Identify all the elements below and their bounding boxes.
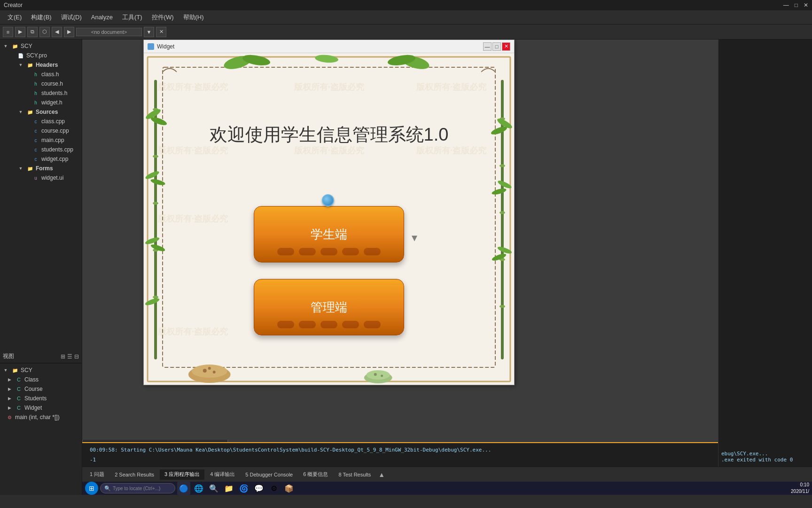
view-main[interactable]: ⚙ main (int, char *[]) (0, 413, 82, 422)
headers-arrow-icon: ▼ (17, 61, 24, 69)
taskbar-app-7[interactable]: ⚙ (267, 482, 281, 495)
students-cpp-label: students.cpp (41, 146, 73, 153)
sidebar-forms[interactable]: ▼ 📁 Forms (0, 164, 82, 173)
sidebar-class-h[interactable]: h class.h (0, 70, 82, 79)
sidebar-pro-file[interactable]: 📄 SCY.pro (0, 51, 82, 60)
title-bar: Creator — □ ✕ (0, 0, 812, 10)
deco-cloud-5 (364, 248, 381, 255)
student-btn-label: 学生端 (311, 226, 347, 243)
course-h-label: course.h (41, 80, 63, 87)
taskbar-app-1[interactable]: 🔵 (177, 482, 190, 495)
sidebar-course-cpp[interactable]: c course.cpp (0, 126, 82, 135)
mgr-deco-cloud-5 (364, 321, 381, 328)
view-toolbar-icon2[interactable]: ☰ (67, 353, 72, 360)
view-toolbar-icon1[interactable]: ⊞ (61, 353, 65, 360)
tab-test[interactable]: 8 Test Results (334, 469, 375, 480)
sidebar-widget-cpp[interactable]: c widget.cpp (0, 154, 82, 164)
tab-appoutput[interactable]: 3 应用程序输出 (160, 469, 204, 480)
student-btn-deco (277, 248, 381, 255)
taskbar-app-5[interactable]: 🌀 (237, 482, 250, 495)
menu-analyze[interactable]: Analyze (86, 12, 117, 23)
toolbar-btn-2[interactable]: ▶ (15, 27, 25, 37)
menu-controls[interactable]: 控件(W) (147, 11, 179, 24)
maximize-btn[interactable]: □ (795, 2, 798, 8)
tab-debugger[interactable]: 5 Debugger Console (241, 469, 297, 480)
deco-cloud-3 (320, 248, 337, 255)
menu-file[interactable]: 文(E) (3, 11, 26, 24)
toolbar-btn-1[interactable]: ≡ (3, 27, 13, 37)
taskbar-search[interactable]: 🔍 Type to locate (Ctrl+...) (100, 483, 175, 493)
sidebar-main-cpp[interactable]: c main.cpp (0, 135, 82, 145)
taskbar-app-3[interactable]: 🔍 (207, 482, 220, 495)
menu-debug[interactable]: 调试(D) (56, 11, 86, 24)
sidebar-headers[interactable]: ▼ 📁 Headers (0, 60, 82, 70)
view-project[interactable]: ▼ 📁 SCY (0, 365, 82, 375)
student-button[interactable]: 学生端 (254, 206, 404, 262)
doc-selector[interactable]: <no document> (76, 28, 142, 36)
toolbar-btn-6[interactable]: ▶ (64, 27, 74, 37)
toolbar-btn-3[interactable]: ⧉ (27, 27, 38, 37)
class-cpp-label: class.cpp (41, 118, 65, 125)
view-students[interactable]: ▶ C Students (0, 394, 82, 403)
taskbar-time: 0:10 (791, 482, 809, 488)
sidebar-sources[interactable]: ▼ 📁 Sources (0, 107, 82, 117)
sidebar-course-h[interactable]: h course.h (0, 79, 82, 88)
widget-h-label: widget.h (41, 99, 62, 106)
mgr-deco-cloud-3 (320, 321, 337, 328)
mgr-btn-label: 管理端 (311, 299, 347, 316)
deco-cloud-2 (299, 248, 316, 255)
mgr-button[interactable]: 管理端 (254, 279, 404, 335)
mgr-btn-deco (277, 321, 381, 328)
deco-cloud-4 (342, 248, 359, 255)
toolbar-dropdown[interactable]: ▼ (144, 27, 154, 37)
taskbar: ⊞ 🔍 Type to locate (Ctrl+...) 🔵 🌐 🔍 📁 🌀 (82, 482, 812, 495)
sidebar-students-h[interactable]: h students.h (0, 88, 82, 98)
sidebar-project[interactable]: ▼ 📁 SCY (0, 41, 82, 51)
sidebar-widget-ui[interactable]: u widget.ui (0, 173, 82, 183)
right-output-panel: ebug\SCY.exe... .exe exited with code 0 (718, 40, 812, 467)
sidebar-widget-h[interactable]: h widget.h (0, 98, 82, 107)
toolbar-btn-4[interactable]: ⬡ (39, 27, 50, 37)
tab-problems[interactable]: 1 问题 (85, 469, 109, 480)
view-course-label: Course (24, 386, 43, 392)
taskbar-app-6[interactable]: 💬 (252, 482, 265, 495)
menu-help[interactable]: 帮助(H) (179, 11, 209, 24)
view-widget[interactable]: ▶ C Widget (0, 403, 82, 413)
taskbar-app-2[interactable]: 🌐 (192, 482, 205, 495)
widget-close[interactable]: ✕ (502, 42, 510, 51)
tab-search[interactable]: 2 Search Results (110, 469, 159, 480)
widget-main-title: 欢迎使用学生信息管理系统1.0 (210, 123, 449, 147)
widget-minimize[interactable]: — (483, 42, 492, 51)
toolbar-btn-5[interactable]: ◀ (52, 27, 62, 37)
view-class[interactable]: ▶ C Class (0, 375, 82, 384)
view-course[interactable]: ▶ C Course (0, 384, 82, 394)
course-cpp-icon: c (32, 127, 39, 135)
view-panel-tree: ▼ 📁 SCY ▶ C Class ▶ C Course (0, 363, 82, 495)
bottom-tabs-bar: 1 问题 2 Search Results 3 应用程序输出 4 编译输出 5 … (82, 467, 812, 482)
tabs-more-icon[interactable]: ▲ (378, 471, 385, 478)
taskbar-app-8[interactable]: 📦 (282, 482, 296, 495)
sidebar-students-cpp[interactable]: c students.cpp (0, 145, 82, 154)
sidebar-class-cpp[interactable]: c class.cpp (0, 117, 82, 126)
right-output-text2: .exe exited with code 0 (721, 457, 809, 463)
widget-content: 版权所有·盗版必究 版权所有·盗版必究 版权所有·盗版必究 版权所有·盗版必究 … (144, 53, 514, 385)
center-area: Widget — □ ✕ 版权所有·盗版必究 版权所有·盗版必究 版权所有·盗版… (82, 40, 812, 495)
search-icon: 🔍 (104, 485, 111, 492)
menu-build[interactable]: 构建(B) (26, 11, 56, 24)
toolbar-close[interactable]: ✕ (156, 27, 166, 37)
tab-compile[interactable]: 4 编译输出 (205, 469, 240, 480)
minimize-btn[interactable]: — (783, 2, 789, 8)
widget-maximize[interactable]: □ (492, 42, 501, 51)
close-btn[interactable]: ✕ (804, 2, 808, 8)
mouse-cursor (412, 236, 417, 241)
main-layout: ▼ 📁 SCY 📄 SCY.pro ▼ 📁 Headers h class.h (0, 40, 812, 495)
menu-tools[interactable]: 工具(T) (117, 11, 147, 24)
widget-controls: — □ ✕ (483, 42, 510, 51)
view-toolbar-icon3[interactable]: ⊟ (74, 353, 79, 360)
taskbar-clock: 0:10 2020/11/ (791, 482, 809, 495)
view-main-label: main (int, char *[]) (15, 414, 60, 421)
tab-summary[interactable]: 6 概要信息 (298, 469, 333, 480)
taskbar-app-4[interactable]: 📁 (222, 482, 235, 495)
taskbar-start[interactable]: ⊞ (85, 482, 98, 495)
widget-window: Widget — □ ✕ 版权所有·盗版必究 版权所有·盗版必究 版权所有·盗版… (143, 40, 515, 385)
